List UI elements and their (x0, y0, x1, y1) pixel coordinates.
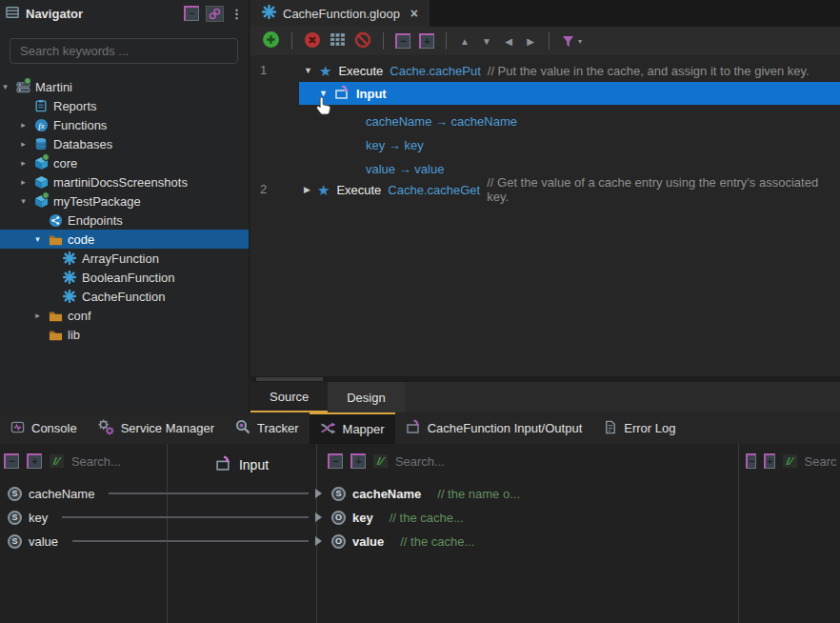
tab-cachefunction-input-output[interactable]: CacheFunction Input/Output (395, 412, 593, 444)
tree-item-lib[interactable]: lib (0, 325, 249, 344)
chevron-down-icon[interactable]: ▾ (0, 82, 10, 91)
collapse-all-icon[interactable]: − (4, 453, 19, 469)
editor-view-tabs: Source Design (250, 382, 840, 413)
string-type-icon: S (8, 487, 22, 501)
add-step-button[interactable] (262, 30, 280, 51)
close-tab-icon[interactable]: × (410, 6, 418, 21)
service-link[interactable]: Cache.cacheGet (388, 183, 480, 197)
panel-divider[interactable] (738, 444, 739, 623)
toggle-comments-icon[interactable]: /⁄ (783, 454, 797, 468)
tab-design[interactable]: Design (328, 382, 404, 413)
chevron-right-icon[interactable]: ▸ (18, 139, 29, 149)
tab-cachefunction-gloop[interactable]: CacheFunction.gloop × (250, 0, 430, 27)
kebab-menu-icon[interactable]: ⋮ (230, 7, 243, 21)
mapping-wire[interactable] (72, 540, 309, 542)
chevron-right-icon[interactable]: ▸ (18, 177, 29, 187)
tab-tracker[interactable]: Tracker (225, 412, 310, 444)
mapping-wire[interactable] (109, 492, 309, 494)
navigator-search-input[interactable] (10, 38, 238, 64)
chevron-right-icon[interactable]: ▶ (304, 185, 310, 194)
mapping-value[interactable]: value → value (366, 158, 444, 179)
table-view-button[interactable] (330, 31, 346, 50)
tree-item-code[interactable]: ▾ code (0, 230, 249, 249)
tab-title: CacheFunction.gloop (283, 7, 400, 21)
tab-service-manager[interactable]: Service Manager (88, 412, 225, 444)
tree-item-cachefunction[interactable]: CacheFunction (0, 287, 249, 306)
mapper-left-item-key[interactable]: S key (8, 506, 322, 529)
collapse-all-steps-button[interactable]: − (395, 33, 410, 49)
gloop-service-icon (62, 270, 77, 285)
collapse-all-icon[interactable]: − (328, 453, 343, 469)
horizontal-scrollbar[interactable] (250, 376, 840, 382)
step-input-selected[interactable]: ▼ Input (299, 82, 840, 105)
move-left-button[interactable]: ◀ (502, 36, 515, 47)
folder-icon (48, 308, 63, 323)
expand-all-steps-button[interactable]: + (419, 33, 434, 49)
mapper-left-item-value[interactable]: S value (8, 530, 322, 553)
tree-item-martini[interactable]: ▾ Martini (0, 77, 249, 96)
link-with-editor-icon[interactable] (206, 6, 224, 22)
mapper-left-search[interactable]: Search... (71, 454, 121, 469)
mapper-left-item-cachename[interactable]: S cacheName (8, 482, 322, 505)
tab-mapper[interactable]: Mapper (310, 412, 395, 444)
tree-item-mytestpackage[interactable]: ▾ myTestPackage (0, 191, 249, 211)
move-down-button[interactable]: ▼ (480, 36, 493, 47)
mapper-right-item-cachename[interactable]: S cacheName // the name o... (331, 482, 520, 505)
move-right-button[interactable]: ▶ (524, 36, 537, 47)
mapper-right-item-key[interactable]: O key // the cache... (331, 506, 464, 529)
tree-item-endpoints[interactable]: Endpoints (0, 211, 249, 230)
delete-step-button[interactable] (304, 31, 321, 51)
chevron-down-icon[interactable]: ▼ (304, 66, 312, 75)
expand-all-icon[interactable]: + (27, 453, 42, 469)
tab-source[interactable]: Source (250, 382, 328, 413)
tree-item-arrayfunction[interactable]: ArrayFunction (0, 249, 249, 268)
filter-button[interactable]: ▾ (561, 34, 582, 49)
chevron-right-icon[interactable]: ▸ (18, 120, 29, 130)
functions-icon: fx (33, 117, 49, 132)
step-execute-cacheput[interactable]: ▼ ★ Execute Cache.cachePut // Put the va… (250, 60, 840, 81)
tree-item-booleanfunction[interactable]: BooleanFunction (0, 268, 249, 287)
mapping-key[interactable]: key → key (366, 134, 424, 155)
disable-step-button[interactable] (354, 31, 371, 51)
mapper-input-header[interactable]: Input (168, 455, 316, 474)
mapper-far-right-toolbar: − + /⁄ Search... (746, 450, 836, 472)
navigator-title: Navigator (26, 7, 83, 21)
mapper-far-right-search[interactable]: Search... (805, 454, 836, 469)
mapper-right-item-value[interactable]: O value // the cache... (331, 530, 474, 553)
mapping-cachename[interactable]: cacheName → cacheName (366, 111, 517, 131)
toggle-comments-icon[interactable]: /⁄ (373, 454, 388, 468)
step-execute-cacheget[interactable]: ▶ ★ Execute Cache.cacheGet // Get the va… (250, 179, 840, 200)
tree-item-reports[interactable]: Reports (0, 96, 249, 115)
expand-all-icon[interactable]: + (350, 453, 366, 469)
package-icon (33, 155, 49, 171)
chevron-down-icon[interactable]: ▾ (32, 234, 43, 244)
tree-item-databases[interactable]: ▸ Databases (0, 134, 249, 153)
gears-icon (98, 419, 114, 438)
gloop-service-icon (62, 251, 77, 266)
scrollbar-thumb[interactable] (256, 377, 323, 381)
tree-item-martinidocsscreenshots[interactable]: ▸ martiniDocsScreenshots (0, 172, 249, 191)
toggle-comments-icon[interactable]: /⁄ (50, 454, 64, 468)
tree-item-conf[interactable]: ▸ conf (0, 306, 249, 325)
mapper-panel: − + /⁄ Search... Input S cacheName S key… (0, 444, 840, 623)
server-icon (15, 79, 30, 94)
tree-item-functions[interactable]: ▸ fx Functions (0, 115, 249, 134)
magnifier-icon (235, 419, 250, 437)
expand-all-icon[interactable]: + (764, 453, 774, 469)
chevron-right-icon[interactable]: ▸ (18, 158, 29, 168)
chevron-right-icon[interactable]: ▸ (32, 311, 43, 320)
tree-item-core[interactable]: ▸ core (0, 153, 249, 172)
move-up-button[interactable]: ▲ (458, 36, 471, 47)
collapse-all-icon[interactable]: − (746, 453, 756, 469)
editor-area: CacheFunction.gloop × − + ▲ ▼ ◀ ▶ ▾ (250, 0, 840, 412)
service-link[interactable]: Cache.cachePut (390, 64, 480, 78)
chevron-down-icon[interactable]: ▾ (18, 196, 29, 206)
mapping-wire[interactable] (62, 516, 309, 518)
tab-error-log[interactable]: Error Log (592, 412, 686, 444)
execute-step-icon: ★ (319, 64, 331, 78)
folder-icon (48, 231, 63, 247)
mapper-right-toolbar: − + /⁄ Search... (328, 450, 732, 472)
collapse-all-icon[interactable]: − (184, 6, 199, 21)
tab-console[interactable]: Console (0, 412, 88, 444)
mapper-right-search[interactable]: Search... (395, 454, 445, 469)
